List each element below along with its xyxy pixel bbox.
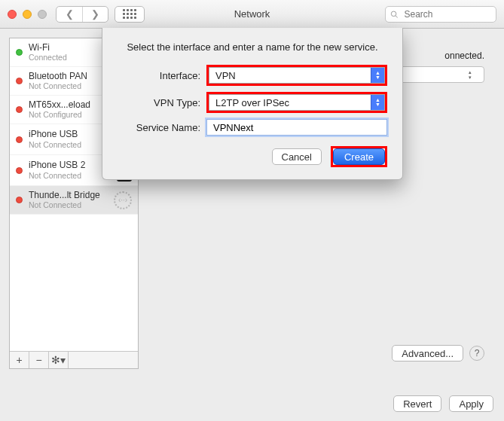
sidebar-item-label: iPhone USB 2 [29, 160, 111, 171]
titlebar: ❮ ❯ Network [0, 0, 504, 29]
sidebar-item-thunderbolt[interactable]: Thunde...lt Bridge Not Connected ‹··› [10, 186, 138, 215]
sidebar-item-label: iPhone USB [29, 130, 111, 140]
stepper-icon: ▴▾ [469, 69, 481, 80]
revert-button[interactable]: Revert [393, 395, 441, 412]
advanced-button[interactable]: Advanced... [392, 345, 463, 362]
show-all-button[interactable] [115, 6, 145, 23]
sidebar-item-label: Thunde...lt Bridge [29, 191, 108, 201]
search-input[interactable] [402, 8, 491, 20]
panel-text-fragment: onnected. [440, 50, 484, 61]
grid-icon [123, 9, 136, 19]
chevron-updown-icon: ▲▼ [371, 68, 384, 83]
close-window[interactable] [8, 10, 17, 19]
nav-back-forward[interactable]: ❮ ❯ [56, 6, 108, 23]
status-dot [16, 49, 23, 56]
remove-service-button[interactable]: − [29, 352, 49, 368]
bridge-icon: ‹··› [114, 191, 132, 209]
forward-button[interactable]: ❯ [82, 7, 108, 22]
label-vpntype: VPN Type: [118, 97, 200, 108]
service-name-input[interactable] [206, 119, 387, 136]
interface-value: VPN [209, 70, 371, 81]
create-button[interactable]: Create [333, 148, 385, 165]
interface-select[interactable]: VPN ▲▼ [209, 67, 385, 84]
svg-line-1 [396, 15, 398, 17]
label-service: Service Name: [118, 122, 200, 133]
vpntype-select[interactable]: L2TP over IPSec ▲▼ [209, 94, 385, 111]
sidebar-footer: + − ✻▾ [10, 351, 138, 368]
label-interface: Interface: [118, 70, 200, 81]
cancel-button[interactable]: Cancel [272, 148, 322, 165]
back-button[interactable]: ❮ [57, 7, 82, 22]
help-button[interactable]: ? [469, 346, 484, 361]
window-buttons: Revert Apply [393, 395, 493, 412]
new-service-sheet: Select the interface and enter a name fo… [102, 28, 403, 180]
sidebar-item-status: Not Connected [29, 140, 111, 149]
chevron-updown-icon: ▲▼ [371, 95, 384, 110]
minimize-window[interactable] [23, 10, 32, 19]
search-icon [390, 10, 398, 19]
apply-button[interactable]: Apply [449, 395, 493, 412]
svg-point-0 [391, 11, 396, 17]
sidebar-item-status: Not Connected [29, 171, 111, 180]
vpntype-value: L2TP over IPSec [209, 97, 371, 108]
sheet-instruction: Select the interface and enter a name fo… [118, 41, 387, 53]
zoom-window [38, 10, 47, 19]
traffic-lights [8, 10, 47, 19]
add-service-button[interactable]: + [10, 352, 29, 368]
status-dot [16, 106, 23, 113]
search-field[interactable] [385, 6, 496, 23]
status-dot [16, 78, 23, 84]
sidebar-item-status: Not Connected [29, 200, 108, 209]
status-dot [16, 197, 23, 203]
status-dot [16, 167, 23, 174]
status-dot [16, 136, 23, 143]
action-menu-button[interactable]: ✻▾ [49, 352, 69, 368]
